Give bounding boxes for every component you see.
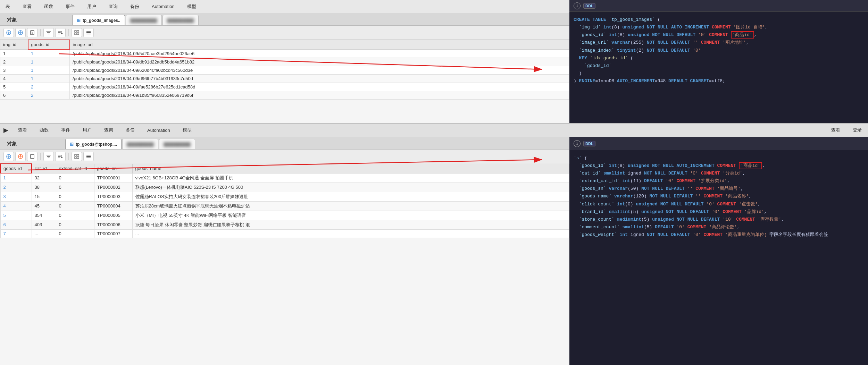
table-row[interactable]: 31/public/upload/goods/2018/04-09/620d40… (0, 66, 569, 75)
mid-nav-query[interactable]: 查询 (101, 126, 116, 135)
table-cell: 4 (0, 201, 32, 211)
table-cell: 3 (0, 192, 32, 201)
grid1-btn[interactable] (72, 28, 82, 37)
col-extend-cat[interactable]: extend_cat_id (56, 164, 94, 173)
nav-item-backup[interactable]: 备份 (127, 2, 142, 11)
new-doc-btn[interactable] (27, 28, 37, 37)
bottom-table-icon: ⊞ (70, 142, 74, 147)
bottom-doc-icon (30, 154, 35, 159)
nav-item-automation[interactable]: Automation (149, 2, 177, 10)
sort-icon (58, 30, 63, 35)
top-tab-2[interactable]: ██████████ (126, 15, 162, 25)
import-btn[interactable] (3, 28, 14, 37)
table-cell: 1 (28, 66, 70, 75)
table-row[interactable]: 41/public/upload/goods/2018/04-09/d96fb7… (0, 75, 569, 83)
bottom-doc-btn[interactable] (27, 152, 37, 161)
table-cell: TP0000007 (94, 229, 132, 238)
col-goods-id[interactable]: goods_id (28, 40, 70, 49)
filter-btn[interactable] (43, 28, 54, 37)
table-cell: 0 (56, 211, 94, 220)
mid-nav-backup[interactable]: 备份 (123, 126, 137, 135)
bottom-tab-bar: 对象 ⊞ tp_goods@tpshop.... ██████████ ████… (0, 137, 569, 150)
col-img-id[interactable]: img_id (0, 40, 28, 49)
table-row[interactable]: 7...0TP0000007... (0, 229, 569, 238)
mid-nav-func[interactable]: 函数 (37, 126, 51, 135)
table-cell: vivoX21 6GB+128GB 4G全网通 全面屏 拍照手机 (132, 173, 569, 182)
bottom-data-table: goods_id cat_id extend_cat_id goods_sn g… (0, 163, 569, 365)
nav-item-view[interactable]: 查看 (20, 2, 34, 11)
mid-nav-user[interactable]: 用户 (80, 126, 94, 135)
nav-item-func[interactable]: 函数 (41, 2, 56, 11)
mid-nav-automation[interactable]: Automation (144, 126, 173, 134)
table-row[interactable]: 64030TP0000006沃隆 每日坚果 休闲零食 坚果炒货 扁桃仁腰果榛子核… (0, 220, 569, 229)
bottom-right-panel: ℹ DDL `s` ( `goods_id` int(8) unsigned N… (569, 137, 868, 365)
bottom-table: goods_id cat_id extend_cat_id goods_sn g… (0, 163, 569, 238)
svg-rect-18 (86, 156, 91, 157)
bottom-filter-btn[interactable] (43, 152, 54, 161)
nav-item-model[interactable]: 模型 (184, 2, 199, 11)
mid-nav-view[interactable]: 查看 (15, 126, 30, 135)
bottom-export-btn[interactable] (15, 152, 26, 161)
table-cell: /public/upload/goods/2018/04-09/db91d22a… (70, 58, 569, 66)
table-row[interactable]: 21/public/upload/goods/2018/04-09/db91d2… (0, 58, 569, 66)
bottom-grid2-btn[interactable] (83, 152, 94, 161)
top-tab-images[interactable]: ⊞ tp_goods_images.. (72, 15, 125, 25)
table-cell: 1 (28, 49, 70, 58)
mid-nav-event[interactable]: 事件 (58, 126, 73, 135)
top-sql-content: CREATE TABLE `tp_goods_images` ( `img_id… (569, 12, 868, 124)
mid-nav-model[interactable]: 模型 (180, 126, 194, 135)
col-cat-id[interactable]: cat_id (32, 164, 56, 173)
sort-btn[interactable] (55, 28, 66, 37)
svg-rect-16 (77, 157, 79, 159)
bottom-sidebar-header: 对象 (3, 139, 65, 149)
table-cell: 38 (32, 182, 56, 192)
table-cell: 5 (0, 211, 32, 220)
bottom-export-icon (18, 154, 23, 159)
col-goods-id-pk[interactable]: goods_id (0, 164, 32, 173)
bottom-grid2-icon (86, 154, 91, 159)
col-goods-sn[interactable]: goods_sn (94, 164, 132, 173)
table-row[interactable]: 3150TP0000003佐露絲RALOS实拍大码女装连衣裙春装200斤胖妹妹遮… (0, 192, 569, 201)
table-row[interactable]: 53540TP0000005小米（MI）电视 55英寸 4K 智能WiFi网络平… (0, 211, 569, 220)
bottom-tab-goods[interactable]: ⊞ tp_goods@tpshop.... (65, 139, 122, 149)
nav-item-user[interactable]: 用户 (84, 2, 99, 11)
table-cell: 5 (0, 83, 28, 91)
table-row[interactable]: 62/public/upload/goods/2018/04-09/1b85ff… (0, 91, 569, 100)
bottom-sql-header: ℹ DDL (569, 137, 868, 150)
top-toolbar (0, 26, 569, 40)
grid2-btn[interactable] (83, 28, 94, 37)
bottom-import-btn[interactable] (3, 152, 14, 161)
bottom-info-icon[interactable]: ℹ (574, 140, 581, 147)
top-tab-label: tp_goods_images.. (83, 18, 120, 23)
nav-item-table[interactable]: 表 (3, 2, 13, 11)
mid-nav-right-view[interactable]: 查看 (828, 126, 843, 135)
table-row[interactable]: 52/public/upload/goods/2018/04-09/fae528… (0, 83, 569, 91)
top-sidebar-header: 对象 (3, 15, 72, 25)
info-icon[interactable]: ℹ (574, 2, 581, 9)
table-cell: 1 (0, 49, 28, 58)
nav-item-event[interactable]: 事件 (63, 2, 77, 11)
top-nav-bar: 表 查看 函数 事件 用户 查询 备份 Automation 模型 (0, 0, 569, 13)
bottom-tab-3[interactable]: ██████████ (159, 139, 195, 149)
table-row[interactable]: 4450TP0000004苏泊尔28cm玻璃盖火红点煎锅平底锅无油烟不粘电磁炉适 (0, 201, 569, 211)
col-goods-name[interactable]: goods_name (132, 164, 569, 173)
bottom-divider-2 (68, 153, 69, 160)
table-cell: TP0000002 (94, 182, 132, 192)
mid-nav-right-login[interactable]: 登录 (850, 126, 865, 135)
table-cell: 0 (56, 229, 94, 238)
bottom-sort-btn[interactable] (55, 152, 66, 161)
top-tab-3[interactable]: ██████████ (162, 15, 199, 25)
table-row[interactable]: 1320TP0000001vivoX21 6GB+128GB 4G全网通 全面屏… (0, 173, 569, 182)
export-btn[interactable] (15, 28, 26, 37)
table-row[interactable]: 2380TP0000002联想(Lenovo)一体机电脑AIO 520S-23 … (0, 182, 569, 192)
table-cell: 2 (0, 58, 28, 66)
table-row[interactable]: 11/public/upload/goods/2018/04-09/5d20aa… (0, 49, 569, 58)
bottom-grid1-btn[interactable] (72, 152, 82, 161)
table-icon: ⊞ (77, 18, 81, 23)
bottom-tab-2[interactable]: ██████████ (122, 139, 158, 149)
nav-item-query[interactable]: 查询 (106, 2, 120, 11)
table-cell: /public/upload/goods/2018/04-09/d96fb77b… (70, 75, 569, 83)
top-sql-header: ℹ DDL (569, 0, 868, 12)
col-image-url[interactable]: image_url (70, 40, 569, 49)
table-cell: TP0000005 (94, 211, 132, 220)
